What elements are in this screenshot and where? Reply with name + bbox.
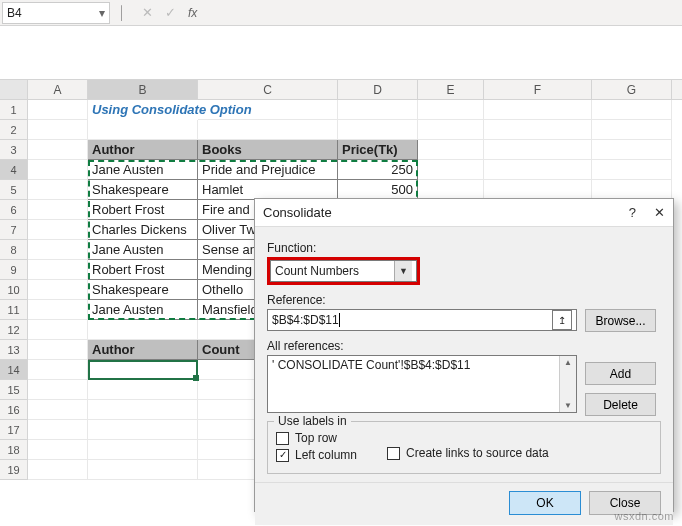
table-cell-price: 500 [338, 180, 418, 200]
col-header-a[interactable]: A [28, 80, 88, 99]
reference-input[interactable]: $B$4:$D$11 ↥ [267, 309, 577, 331]
add-button[interactable]: Add [585, 362, 656, 385]
all-references-item[interactable]: ' CONSOLIDATE Count'!$B$4:$D$11 [272, 358, 572, 372]
dest-header-author: Author [88, 340, 198, 360]
col-header-b[interactable]: B [88, 80, 198, 99]
left-column-label: Left column [295, 448, 357, 462]
select-all-corner[interactable] [0, 80, 28, 99]
separator: │ [110, 5, 134, 20]
row-header[interactable]: 6 [0, 200, 28, 220]
row-header[interactable]: 9 [0, 260, 28, 280]
row-header[interactable]: 1 [0, 100, 28, 120]
use-labels-group-title: Use labels in [274, 414, 351, 428]
name-box-dropdown-icon[interactable]: ▾ [99, 6, 105, 20]
row-header[interactable]: 16 [0, 400, 28, 420]
table-cell-author: Jane Austen [88, 300, 198, 320]
function-value: Count Numbers [275, 264, 359, 278]
delete-button[interactable]: Delete [585, 393, 656, 416]
function-select[interactable]: Count Numbers ▼ [270, 260, 417, 282]
reference-value: $B$4:$D$11 [272, 313, 340, 327]
scrollbar[interactable]: ▲▼ [559, 356, 576, 412]
table-cell-author: Robert Frost [88, 200, 198, 220]
top-row-checkbox[interactable] [276, 432, 289, 445]
table-cell-author: Robert Frost [88, 260, 198, 280]
ribbon-placeholder [0, 26, 682, 80]
table-cell-author: Charles Dickens [88, 220, 198, 240]
row-header[interactable]: 18 [0, 440, 28, 460]
col-header-c[interactable]: C [198, 80, 338, 99]
table-cell-author: Jane Austen [88, 160, 198, 180]
row-header[interactable]: 14 [0, 360, 28, 380]
table-cell-book: Pride and Prejudice [198, 160, 338, 180]
consolidate-dialog: Consolidate ? ✕ Function: Count Numbers … [254, 198, 674, 512]
ok-button[interactable]: OK [509, 491, 581, 515]
help-icon[interactable]: ? [629, 205, 636, 220]
page-title: Using Consolidate Option [88, 100, 198, 120]
name-box-value: B4 [7, 6, 22, 20]
top-row-label: Top row [295, 431, 337, 445]
scroll-down-icon[interactable]: ▼ [564, 401, 572, 410]
row-header[interactable]: 17 [0, 420, 28, 440]
cancel-icon: ✕ [142, 5, 153, 20]
table-cell-author: Shakespeare [88, 180, 198, 200]
create-links-checkbox[interactable] [387, 447, 400, 460]
row-header[interactable]: 4 [0, 160, 28, 180]
col-header-g[interactable]: G [592, 80, 672, 99]
col-header-d[interactable]: D [338, 80, 418, 99]
table-cell-book: Hamlet [198, 180, 338, 200]
scroll-up-icon[interactable]: ▲ [564, 358, 572, 367]
function-label: Function: [267, 241, 661, 255]
column-headers: A B C D E F G [0, 80, 682, 100]
table-header-price: Price(Tk) [338, 140, 418, 160]
left-column-checkbox[interactable]: ✓ [276, 449, 289, 462]
confirm-icon: ✓ [165, 5, 176, 20]
row-header[interactable]: 12 [0, 320, 28, 340]
row-header[interactable]: 19 [0, 460, 28, 480]
row-header[interactable]: 13 [0, 340, 28, 360]
create-links-label: Create links to source data [406, 446, 549, 460]
collapse-dialog-icon[interactable]: ↥ [552, 310, 572, 330]
function-highlight: Count Numbers ▼ [267, 257, 420, 285]
table-cell-author: Shakespeare [88, 280, 198, 300]
reference-label: Reference: [267, 293, 661, 307]
table-cell-price: 250 [338, 160, 418, 180]
row-header[interactable]: 11 [0, 300, 28, 320]
row-headers: 1 2 3 4 5 6 7 8 9 10 11 12 13 14 15 16 1… [0, 100, 28, 480]
table-header-books: Books [198, 140, 338, 160]
row-header[interactable]: 5 [0, 180, 28, 200]
browse-button[interactable]: Browse... [585, 309, 656, 332]
all-references-label: All references: [267, 339, 577, 353]
fx-icon[interactable]: fx [188, 6, 197, 20]
row-header[interactable]: 8 [0, 240, 28, 260]
all-references-list[interactable]: ' CONSOLIDATE Count'!$B$4:$D$11 ▲▼ [267, 355, 577, 413]
table-cell-author: Jane Austen [88, 240, 198, 260]
chevron-down-icon[interactable]: ▼ [394, 261, 412, 281]
row-header[interactable]: 2 [0, 120, 28, 140]
col-header-f[interactable]: F [484, 80, 592, 99]
dialog-title: Consolidate [263, 205, 332, 220]
table-header-author: Author [88, 140, 198, 160]
row-header[interactable]: 7 [0, 220, 28, 240]
name-box[interactable]: B4 ▾ [2, 2, 110, 24]
row-header[interactable]: 15 [0, 380, 28, 400]
row-header[interactable]: 3 [0, 140, 28, 160]
close-icon[interactable]: ✕ [654, 205, 665, 220]
row-header[interactable]: 10 [0, 280, 28, 300]
col-header-e[interactable]: E [418, 80, 484, 99]
watermark: wsxdn.com [614, 510, 674, 522]
